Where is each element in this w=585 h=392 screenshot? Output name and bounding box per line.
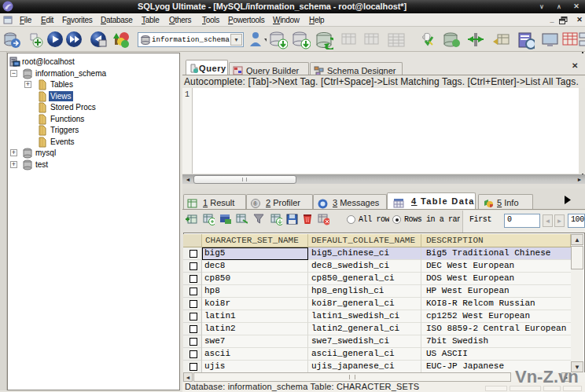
svg-text:®: ® [253,201,258,207]
